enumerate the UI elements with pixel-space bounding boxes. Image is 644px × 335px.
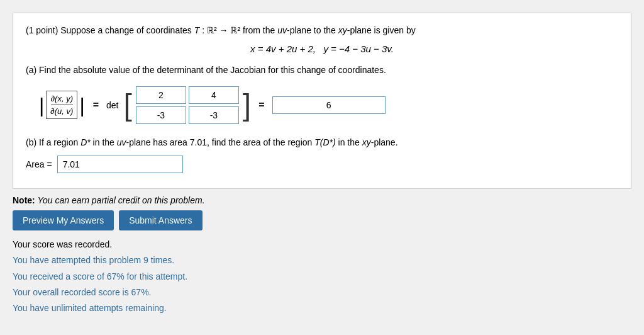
buttons-row: Preview My Answers Submit Answers — [13, 210, 631, 230]
matrix-container: [ 2 4 -3 -3 ] — [124, 84, 252, 127]
part-a-label: (a) Find the absolute value of the deter… — [26, 63, 618, 77]
score-line-5: You have unlimited attempts remaining. — [13, 300, 631, 316]
abs-bar-right: | — [79, 95, 84, 115]
note-section: Note: You can earn partial credit on thi… — [13, 195, 631, 205]
cell-11-value: -3 — [210, 110, 218, 120]
score-section: Your score was recorded. You have attemp… — [13, 237, 631, 316]
result-value: 6 — [326, 100, 331, 110]
score-line-3: You received a score of 67% for this att… — [13, 269, 631, 285]
preview-button[interactable]: Preview My Answers — [13, 210, 114, 230]
bracket-left: [ — [124, 90, 132, 120]
equals-1: = — [93, 99, 99, 111]
area-row: Area = 7.01 — [26, 156, 618, 173]
part-b-label: (b) If a region D* in the uv-plane has a… — [26, 135, 618, 149]
matrix-grid: 2 4 -3 -3 — [133, 84, 242, 127]
jacobian-row: | ∂(x, y) ∂(u, v) | = det [ 2 4 — [38, 84, 618, 127]
equals-2: = — [258, 99, 264, 111]
frac-numerator: ∂(x, y) — [51, 94, 73, 105]
score-line-4: Your overall recorded score is 67%. — [13, 285, 631, 300]
area-value: 7.01 — [63, 159, 80, 169]
det-label: det — [106, 100, 118, 110]
abs-bar-left: | — [39, 95, 44, 115]
score-line-1: Your score was recorded. — [13, 237, 631, 253]
note-bold: Note: — [13, 195, 35, 205]
matrix-cell-10[interactable]: -3 — [136, 106, 186, 124]
matrix-cell-11[interactable]: -3 — [189, 106, 239, 124]
problem-header: (1 point) Suppose a change of coordinate… — [26, 23, 618, 37]
matrix-cell-00[interactable]: 2 — [136, 86, 186, 104]
note-text: You can earn partial credit on this prob… — [35, 195, 205, 205]
problem-box: (1 point) Suppose a change of coordinate… — [13, 13, 631, 189]
cell-01-value: 4 — [211, 90, 216, 100]
main-container: (1 point) Suppose a change of coordinate… — [0, 0, 644, 335]
submit-button[interactable]: Submit Answers — [119, 210, 202, 230]
cell-10-value: -3 — [157, 110, 165, 120]
result-box[interactable]: 6 — [272, 96, 386, 114]
matrix-cell-01[interactable]: 4 — [189, 86, 239, 104]
area-label: Area = — [26, 159, 52, 169]
cell-00-value: 2 — [158, 90, 164, 100]
equation-display: x = 4v + 2u + 2, y = −4 − 3u − 3v. — [26, 43, 618, 54]
score-line-2: You have attempted this problem 9 times. — [13, 253, 631, 268]
frac-denominator: ∂(u, v) — [50, 106, 73, 116]
jacobian-fraction: ∂(x, y) ∂(u, v) — [46, 91, 77, 119]
bracket-right: ] — [243, 90, 251, 120]
area-input[interactable]: 7.01 — [57, 156, 183, 173]
